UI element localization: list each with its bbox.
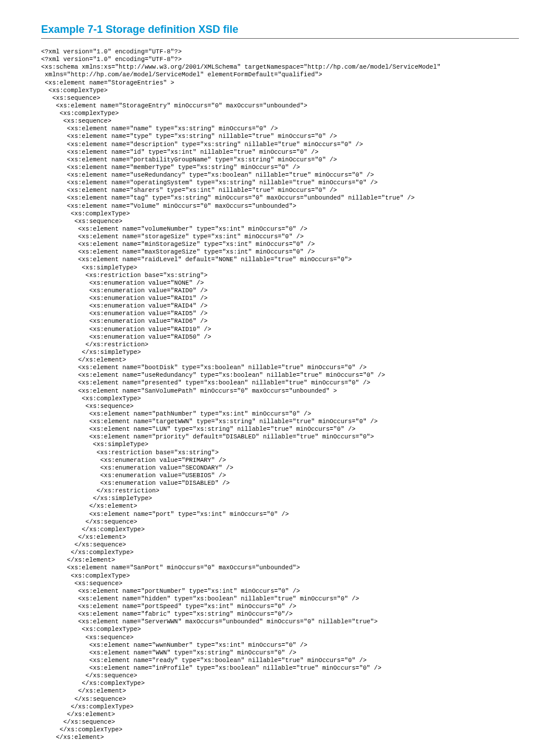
example-heading: Example 7-1 Storage definition XSD file bbox=[41, 23, 519, 39]
xsd-code-block: <?xml version="1.0" encoding="UTF-8"?> <… bbox=[41, 48, 519, 741]
